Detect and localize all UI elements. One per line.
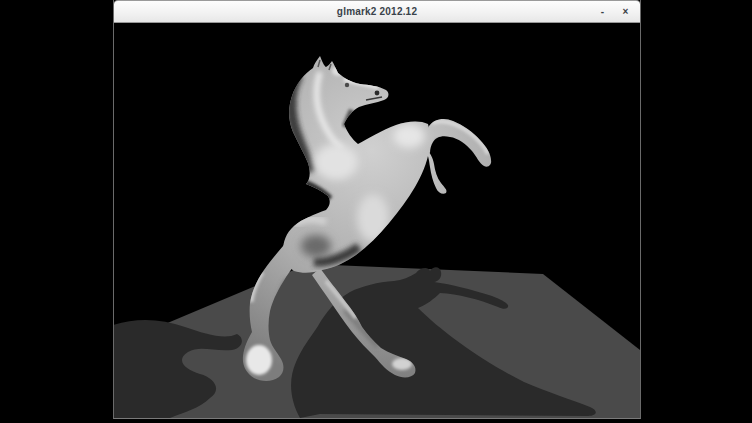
close-button[interactable]: × xyxy=(617,3,634,20)
window-title: glmark2 2012.12 xyxy=(114,6,640,17)
titlebar[interactable]: glmark2 2012.12 - × xyxy=(114,0,640,23)
scene-canvas xyxy=(114,24,640,418)
glmark2-window: glmark2 2012.12 - × xyxy=(113,0,641,419)
minimize-button[interactable]: - xyxy=(594,3,611,20)
horse-nostril xyxy=(375,91,380,96)
desktop: { "window": { "title": "glmark2 2012.12"… xyxy=(0,0,752,423)
gl-viewport xyxy=(114,24,640,418)
window-controls: - × xyxy=(594,1,634,22)
horse-eye xyxy=(345,83,349,87)
